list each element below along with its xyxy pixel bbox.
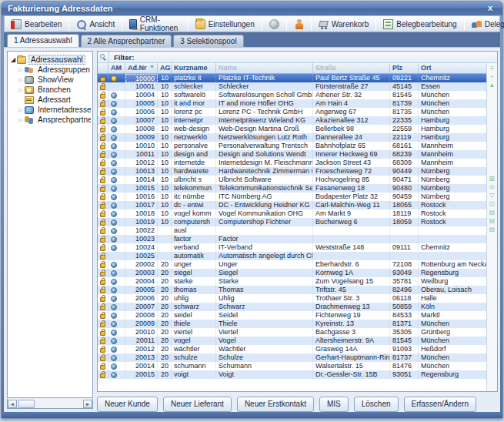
tree-root-node[interactable]: ◢Adressauswahl: [9, 55, 91, 65]
toolbar-button-delegieren[interactable]: Delegieren: [467, 17, 504, 31]
tree-expanded-icon[interactable]: ◢: [9, 56, 17, 63]
column-header-lock[interactable]: [98, 63, 108, 73]
tree-item-ansprechpartner[interactable]: ▷Ansprechpartner: [9, 115, 91, 125]
tab-2-alle-ansprechpartner[interactable]: 2 Alle Ansprechpartner: [81, 35, 172, 47]
cell-kurzname: internetpr: [172, 116, 216, 125]
table-row[interactable]: 1001910computershComputershop FichtnerBu…: [98, 218, 486, 226]
scroll-up-icon[interactable]: ▲: [489, 82, 496, 89]
tree-horizontal-scrollbar[interactable]: ◄ ►: [7, 399, 93, 409]
tree-expand-icon[interactable]: ▷: [17, 117, 25, 123]
table-row[interactable]: 10022ausl: [98, 226, 486, 235]
columns-icon[interactable]: ▥: [489, 175, 496, 182]
tree-item-adressgruppen[interactable]: ▷Adressgruppen: [9, 65, 91, 75]
table-row[interactable]: 1001310hardwareteHardwaretechnik Zimmerm…: [98, 167, 486, 176]
tab-3-selektionspool[interactable]: 3 Selektionspool: [173, 35, 243, 47]
button-löschen[interactable]: Löschen: [354, 397, 399, 412]
tree-expand-icon[interactable]: ▷: [17, 107, 25, 113]
table-row[interactable]: 10025automatikAutomatisch angelegt durch…: [98, 252, 486, 260]
table-row[interactable]: 1000910netzwerklöNetzwerklösungen Lutz R…: [98, 133, 486, 142]
toolbar-button-bearbeiten[interactable]: Bearbeiten: [7, 17, 66, 31]
list-icon[interactable]: ▤: [489, 217, 496, 224]
cell-adnr: 20013: [125, 353, 158, 362]
table-row[interactable]: 2001520voigtVoigtDr.-Gessler-Str. 15B930…: [98, 370, 486, 379]
row-am-cell: [108, 260, 125, 269]
scroll-right-arrow-icon[interactable]: ►: [83, 400, 92, 408]
tree-item-branchen[interactable]: ▷Branchen: [9, 85, 91, 95]
list-icon[interactable]: ▤: [489, 209, 496, 216]
filter-icon[interactable]: ▽: [489, 192, 496, 199]
table-row[interactable]: 1001710dc - entwiDC - Entwicklung Heidne…: [98, 201, 486, 209]
button-neuer-kunde[interactable]: Neuer Kunde: [97, 397, 158, 412]
cell-kurzname: schlecker: [172, 82, 216, 91]
table-row[interactable]: 1000610lorenz pcLorenz PC - Technik GmbH…: [98, 108, 486, 116]
column-header-AG[interactable]: AG: [158, 63, 172, 73]
table-row[interactable]: 2000820seidelSeidelFichtenweg 1984533Mar…: [98, 311, 486, 320]
toolbar-button-icon-4[interactable]: [265, 17, 284, 31]
add-icon[interactable]: +: [489, 73, 496, 80]
search-button[interactable]: [98, 52, 109, 62]
table-row[interactable]: 1001110design andDesign and Solutions We…: [98, 150, 486, 159]
button-neuer-lieferant[interactable]: Neuer Lieferant: [163, 397, 232, 412]
toolbar-button-einstellungen[interactable]: Einstellungen: [191, 17, 259, 31]
table-row[interactable]: 1001610itc nürnbeITC Nürnberg AGBudapest…: [98, 193, 486, 201]
table-row[interactable]: 2000220ungerUngerEberhardstr. 672108Rott…: [98, 260, 486, 269]
button-neuer-erstkontakt[interactable]: Neuer Erstkontakt: [237, 397, 314, 412]
table-row[interactable]: 2001220wächtlerWächtlerGrasweg 14A91093H…: [98, 345, 486, 353]
column-header-Name[interactable]: Name: [216, 63, 313, 73]
tree-item-internetadressen[interactable]: ▷Internetadressen: [9, 105, 91, 115]
toolbar-button-belegbearbeitung[interactable]: Belegbearbeitung: [379, 17, 461, 31]
column-header-Ort[interactable]: Ort: [419, 63, 488, 73]
table-row[interactable]: 2000520thomasThomasTriftstr. 4582496Ober…: [98, 286, 486, 294]
column-header-Straße[interactable]: Straße: [313, 63, 390, 73]
tree-expand-icon[interactable]: ▷: [17, 77, 25, 83]
table-row[interactable]: 2001420schumannSchumannWalsertalstr. 158…: [98, 362, 486, 370]
table-row[interactable]: 1000010platzke itPlatzke IT-TechnikPaul …: [98, 74, 486, 82]
button-mis[interactable]: MIS: [319, 397, 349, 412]
table-row[interactable]: 1000710internetprInternetpräsenz Wieland…: [98, 116, 486, 125]
zoom-icon[interactable]: ◎: [489, 183, 496, 190]
toolbar-button-icon-5[interactable]: [289, 17, 309, 31]
cell-ort: [419, 235, 486, 243]
table-row[interactable]: 2000620uhligUhligTrothaer Str. 306118Hal…: [98, 294, 486, 303]
collapse-top-icon[interactable]: ≡: [489, 65, 496, 72]
table-row[interactable]: 1001510telekommunTelekommunikationstechn…: [98, 184, 486, 193]
table-row[interactable]: 2000420starkeStarkeZum Vogelsang 1535781…: [98, 277, 486, 286]
cell-plz: 90449: [390, 167, 419, 176]
list-icon[interactable]: ▤: [489, 226, 496, 233]
scroll-left-arrow-icon[interactable]: ◄: [8, 400, 17, 408]
table-row[interactable]: 1001810vogel kommVogel Kommunikation OHG…: [98, 209, 486, 218]
table-row[interactable]: 1001210internetdeInternetdesign M. Fleis…: [98, 159, 486, 167]
scrollbar-thumb[interactable]: [18, 400, 35, 408]
close-icon[interactable]: x: [484, 2, 496, 14]
table-row[interactable]: 1001410ulbricht sUlbricht SoftwareHochvo…: [98, 176, 486, 184]
table-row[interactable]: 1000810web-designWeb-Design Martina Groß…: [98, 125, 486, 133]
layout-icon[interactable]: ◫: [489, 200, 496, 207]
table-row[interactable]: 1000410softwarelöSoftwarelösungen Scholl…: [98, 91, 486, 99]
table-row[interactable]: 10023factorFactor: [98, 235, 486, 243]
column-header-Plz[interactable]: Plz: [390, 63, 419, 73]
tree-expand-icon[interactable]: ▷: [17, 87, 25, 93]
column-header-Ad.Nr[interactable]: Ad.Nr▼: [125, 63, 158, 73]
column-header-AM[interactable]: AM: [108, 63, 125, 73]
tree-expand-icon[interactable]: ▷: [17, 67, 25, 73]
table-row[interactable]: 10024verbandIT-VerbandWeststraße 1480911…: [98, 243, 486, 252]
table-row[interactable]: 2001320schulzeSchulzeGerhart-Hauptmann-R…: [98, 353, 486, 362]
table-row[interactable]: 2000920thieleThieleKyreinstr. 1381371Mün…: [98, 320, 486, 328]
cell-plz: 68309: [390, 159, 419, 167]
table-row[interactable]: 1000510it and morIT and more Höfler OHGA…: [98, 99, 486, 108]
toolbar-button-ansicht[interactable]: Ansicht: [72, 17, 119, 31]
table-row[interactable]: 2000320siegelSiegelKornweg 1A93049Regens…: [98, 269, 486, 277]
table-row[interactable]: 2000720schwarzSchwarzDrachmenweg 1350859…: [98, 303, 486, 311]
tab-1-adressauswahl[interactable]: 1 Adressauswahl: [7, 34, 79, 47]
toolbar-button-crm-funktionen[interactable]: CRM-Funktionen: [125, 17, 185, 31]
toolbar-button-warenkorb[interactable]: Warenkorb: [314, 17, 374, 31]
lock-icon: [100, 255, 105, 260]
table-row[interactable]: 2001020viertelViertelBachgasse 335305Grü…: [98, 328, 486, 337]
column-header-Kurzname[interactable]: Kurzname: [172, 63, 216, 73]
table-row[interactable]: 1000110schleckerSchleckerFürstenstraße 2…: [98, 82, 486, 91]
table-row[interactable]: 2001120vogelVogelAltersheimerstr. 9A8154…: [98, 337, 486, 345]
button-erfassen-ändern[interactable]: Erfassen/Ändern: [404, 397, 477, 412]
tree-item-adressart[interactable]: Adressart: [9, 95, 91, 105]
table-row[interactable]: 1001010personalvePersonalverwaltung Tren…: [98, 142, 486, 150]
tree-item-showview[interactable]: ▷ShowView: [9, 75, 91, 85]
